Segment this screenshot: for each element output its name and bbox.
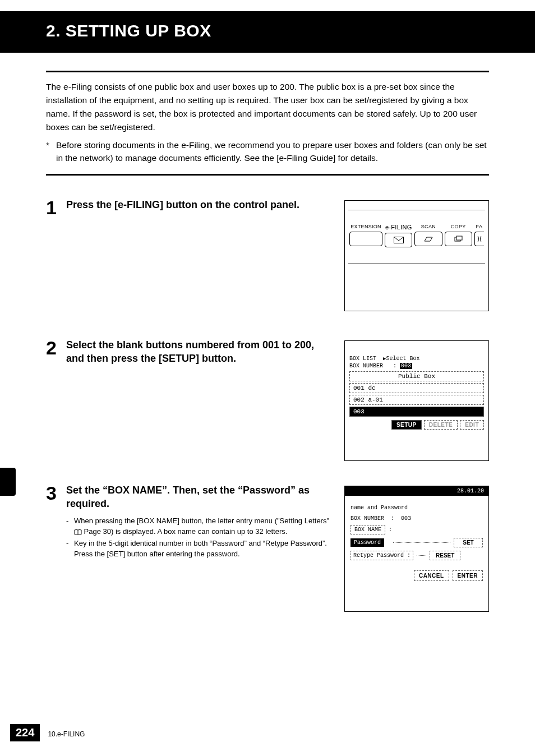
step-1: 1 Press the [e-FILING] button on the con… (46, 198, 489, 316)
list-item-public[interactable]: Public Box (349, 371, 484, 381)
box-name-button[interactable]: BOX NAME (350, 525, 385, 534)
step-title: Press the [e-FILING] button on the contr… (66, 198, 334, 211)
fax-icon (477, 236, 482, 242)
enter-button[interactable]: ENTER (453, 570, 483, 581)
intro-paragraph: The e-Filing consists of one public box … (46, 80, 489, 134)
retype-password-field[interactable]: Retype Password : (350, 551, 413, 560)
step-title: Set the “BOX NAME”. Then, set the “Passw… (66, 483, 334, 511)
edit-button[interactable]: EDIT (460, 420, 484, 430)
password-label: Password (350, 538, 384, 547)
rule-bottom (46, 174, 489, 176)
panel-label-efiling: e-FILING (385, 224, 412, 231)
chapter-title: 2. SETTING UP BOX (46, 21, 535, 40)
step-number: 2 (46, 338, 66, 357)
scan-icon (423, 236, 433, 242)
panel-button-extension[interactable] (349, 232, 382, 246)
step-title: Select the blank buttons numbered from 0… (66, 338, 334, 366)
panel-button-fax[interactable] (474, 232, 484, 246)
box-number-row: BOX NUMBER : 003 (349, 363, 484, 369)
screen-date: 28.01.20 (345, 486, 488, 496)
panel-label-extension: EXTENSION (349, 224, 382, 229)
list-item-selected[interactable]: 003 (349, 407, 484, 417)
page-footer: 224 10.e-FILING (10, 724, 85, 741)
section-label: 10.e-FILING (48, 730, 85, 738)
footnote-star: * (46, 139, 56, 165)
step-number: 3 (46, 483, 66, 503)
sub-item: - When pressing the [BOX NAME] button, t… (66, 516, 334, 537)
book-icon (74, 529, 82, 535)
panel-button-efiling[interactable] (385, 233, 412, 247)
screen-title: name and Password (350, 505, 483, 511)
screen-header: BOX LIST ▶Select Box (349, 356, 484, 362)
panel-button-copy[interactable] (445, 232, 472, 246)
sub-item: - Key in the 5-digit identical number in… (66, 538, 334, 560)
figure-control-panel: EXTENSION e-FILING SCAN (344, 200, 489, 311)
panel-label-fax: FA (474, 224, 484, 229)
cancel-button[interactable]: CANCEL (414, 570, 449, 581)
box-number-row: BOX NUMBER : 003 (350, 515, 483, 522)
reset-button[interactable]: RESET (430, 551, 460, 560)
panel-label-scan: SCAN (414, 224, 442, 229)
copy-icon (453, 236, 463, 242)
envelope-icon (394, 237, 404, 243)
step-number: 1 (46, 198, 66, 217)
figure-box-list: BOX LIST ▶Select Box BOX NUMBER : 003 Pu… (344, 340, 489, 461)
footnote: * Before storing documents in the e-Fili… (46, 139, 489, 165)
panel-label-copy: COPY (445, 224, 472, 229)
figure-password: 28.01.20 name and Password BOX NUMBER : … (344, 486, 489, 612)
setup-button[interactable]: SETUP (391, 420, 422, 430)
footnote-text: Before storing documents in the e-Filing… (56, 139, 489, 165)
list-item[interactable]: 001 dc (349, 383, 484, 393)
step-3: 3 Set the “BOX NAME”. Then, set the “Pas… (46, 483, 489, 612)
list-item[interactable]: 002 a-01 (349, 395, 484, 405)
step-2: 2 Select the blank buttons numbered from… (46, 338, 489, 461)
chapter-title-bar: 2. SETTING UP BOX (0, 11, 535, 53)
delete-button[interactable]: DELETE (424, 420, 458, 430)
panel-button-scan[interactable] (414, 232, 442, 246)
set-button[interactable]: SET (454, 538, 483, 547)
page-number: 224 (10, 724, 40, 741)
rule-top (46, 71, 489, 72)
side-tab (0, 468, 16, 496)
svg-rect-2 (456, 236, 462, 240)
